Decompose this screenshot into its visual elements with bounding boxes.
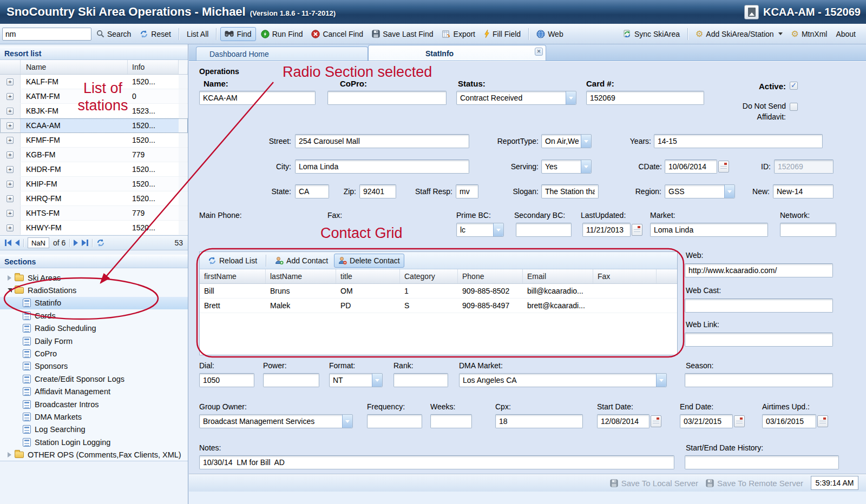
col-fax[interactable]: Fax	[593, 269, 657, 283]
tree-log-searching[interactable]: Log Searching	[0, 423, 188, 436]
notes-field[interactable]	[199, 455, 674, 469]
end-date-field[interactable]	[680, 414, 733, 428]
search-input[interactable]	[2, 28, 91, 41]
staff-resp-field[interactable]	[456, 184, 478, 198]
tree-other-ops[interactable]: OTHER OPS (Comments,Fax Clients, XML)	[0, 448, 188, 461]
save-local-button[interactable]: Save To Local Server	[610, 479, 698, 488]
col-lastname[interactable]: lastName	[266, 269, 336, 283]
expand-icon[interactable]: +	[6, 166, 14, 173]
col-email[interactable]: Email	[523, 269, 593, 283]
city-field[interactable]	[295, 160, 469, 174]
collapsed-twisty-icon[interactable]	[8, 275, 11, 281]
start-date-calendar-icon[interactable]	[651, 415, 661, 427]
export-button[interactable]: Export	[438, 28, 479, 41]
tree-sponsors[interactable]: Sponsors	[0, 360, 188, 373]
cancel-find-button[interactable]: Cancel Find	[307, 28, 367, 41]
dropdown-arrow-icon[interactable]	[342, 415, 352, 428]
col-category[interactable]: Category	[400, 269, 458, 283]
prime-bc-dropdown[interactable]: lc	[456, 223, 504, 237]
col-firstname[interactable]: firstName	[200, 269, 266, 283]
expand-icon[interactable]: +	[6, 224, 14, 231]
expand-icon[interactable]: +	[6, 181, 14, 188]
cdate-field[interactable]	[665, 160, 717, 174]
save-last-find-button[interactable]: Save Last Find	[368, 28, 437, 41]
dropdown-arrow-icon[interactable]	[581, 160, 591, 173]
cdate-calendar-icon[interactable]	[718, 161, 729, 173]
tree-radiostations[interactable]: RadioStations	[0, 284, 188, 296]
region-dropdown[interactable]: GSS	[665, 184, 735, 198]
col-phone[interactable]: Phone	[458, 269, 523, 283]
reset-button[interactable]: Reset	[136, 28, 175, 41]
expanded-twisty-icon[interactable]	[8, 288, 12, 293]
page-number-input[interactable]	[28, 237, 49, 248]
season-field[interactable]	[685, 373, 833, 387]
about-button[interactable]: About	[832, 28, 860, 41]
web-cast-field[interactable]	[685, 299, 833, 313]
resort-row[interactable]: +KHWY-FM1520...	[0, 221, 188, 235]
tree-daily-form[interactable]: Daily Form	[0, 335, 188, 347]
resort-row[interactable]: +KGB-FM779	[0, 148, 188, 162]
active-checkbox[interactable]	[790, 82, 798, 90]
dropdown-arrow-icon[interactable]	[581, 135, 591, 148]
web-button[interactable]: Web	[533, 28, 567, 41]
group-owner-dropdown[interactable]: Broadcast Management Services	[199, 414, 353, 428]
tree-dma-markets[interactable]: DMA Markets	[0, 410, 188, 423]
airtimes-calendar-icon[interactable]	[817, 415, 828, 427]
resort-row[interactable]: +KHRQ-FM1520...	[0, 191, 188, 206]
format-dropdown[interactable]: NT	[329, 373, 383, 387]
dropdown-arrow-icon[interactable]	[372, 374, 382, 387]
report-type-dropdown[interactable]: On Air,Web	[541, 134, 592, 148]
start-date-field[interactable]	[597, 414, 650, 428]
tab-dashboard-home[interactable]: Dashboard Home	[196, 47, 368, 61]
search-button[interactable]: Search	[93, 28, 135, 41]
resort-row[interactable]: +KHTS-FM779	[0, 206, 188, 221]
resort-row-selected[interactable]: +KCAA-AM1520...	[0, 118, 188, 133]
prev-page-button[interactable]	[15, 240, 19, 246]
power-field[interactable]	[263, 373, 319, 387]
airtimes-upd-field[interactable]	[762, 414, 816, 428]
tree-affidavit-management[interactable]: Affidavit Management	[0, 386, 188, 398]
years-field[interactable]	[654, 134, 823, 148]
tree-broadcaster-intros[interactable]: Broadcaster Intros	[0, 398, 188, 410]
save-remote-button[interactable]: Save To Remote Server	[706, 479, 803, 488]
add-skiarea-station-button[interactable]: ⚙ Add SkiArea/Station	[692, 28, 786, 41]
dial-field[interactable]	[199, 373, 254, 387]
tree-statinfo[interactable]: Statinfo	[0, 297, 188, 309]
tree-radio-scheduling[interactable]: Radio Scheduling	[0, 322, 188, 335]
add-contact-button[interactable]: Add Contact	[271, 254, 332, 267]
dropdown-arrow-icon[interactable]	[724, 185, 734, 198]
market-field[interactable]	[650, 223, 768, 237]
contact-row[interactable]: Brett Malek PD S 909-885-8497 brett@kcaa…	[200, 299, 677, 313]
secondary-bc-field[interactable]	[516, 223, 572, 237]
tree-copro[interactable]: CoPro	[0, 347, 188, 360]
weeks-field[interactable]	[430, 414, 472, 428]
last-updated-calendar-icon[interactable]	[632, 224, 642, 236]
refresh-list-icon[interactable]	[96, 238, 105, 247]
card-number-field[interactable]	[586, 91, 704, 105]
close-tab-icon[interactable]: ✕	[535, 48, 543, 56]
list-all-button[interactable]: List All	[183, 28, 212, 41]
rank-field[interactable]	[393, 373, 448, 387]
dma-market-dropdown[interactable]: Los Angeles CA	[459, 373, 667, 387]
delete-contact-button[interactable]: Delete Contact	[334, 254, 404, 268]
next-page-button[interactable]	[74, 240, 78, 246]
network-field[interactable]	[780, 223, 836, 237]
tree-cards[interactable]: Cards	[0, 309, 188, 322]
new-field[interactable]	[773, 184, 834, 198]
copro-field[interactable]	[327, 91, 447, 105]
contact-row[interactable]: Bill Bruns OM 1 909-885-8502 bill@kcaara…	[200, 284, 677, 299]
resort-scrollbar[interactable]	[179, 60, 187, 74]
web-link-field[interactable]	[685, 333, 833, 347]
col-name[interactable]: Name	[21, 60, 128, 74]
serving-dropdown[interactable]: Yes	[541, 160, 592, 174]
tab-statinfo[interactable]: StatInfo ✕	[368, 45, 546, 61]
resort-row[interactable]: +KHIP-FM1520...	[0, 177, 188, 191]
tree-ski-areas[interactable]: Ski Areas	[0, 271, 188, 284]
cpx-field[interactable]	[495, 414, 583, 428]
expand-icon[interactable]: +	[6, 137, 14, 144]
state-field[interactable]	[295, 184, 329, 198]
last-page-button[interactable]	[82, 240, 88, 246]
mtnxml-button[interactable]: ⚙ MtnXml	[788, 28, 831, 41]
run-find-button[interactable]: Run Find	[257, 28, 307, 41]
expand-icon[interactable]: +	[6, 122, 14, 129]
